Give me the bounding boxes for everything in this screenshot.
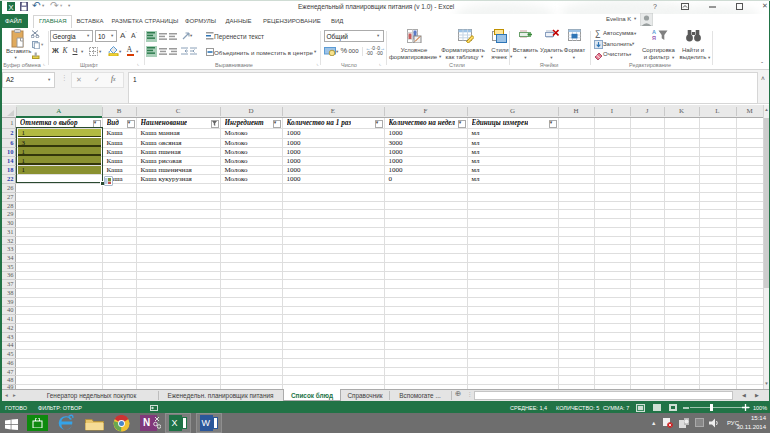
svg-text:X: X — [8, 3, 13, 12]
